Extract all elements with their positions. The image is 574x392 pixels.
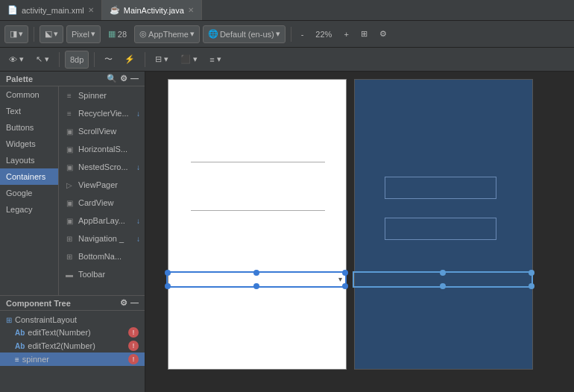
palette-item-label: BottomNa... (78, 252, 122, 261)
palette-item-navigation[interactable]: ⊞ Navigation _ ↓ (59, 230, 145, 247)
palette-item-bottomnav[interactable]: ⊞ BottomNa... (59, 247, 145, 265)
edittext2-icon: Ab (15, 342, 25, 350)
dp-btn[interactable]: 8dp (65, 51, 89, 69)
palette-item-label: Toolbar (78, 270, 105, 279)
align-btn[interactable]: ⊟ ▾ (151, 51, 173, 69)
cursor-icon: ↖ (36, 54, 42, 64)
zoom-in-btn[interactable]: + (339, 25, 353, 43)
palette-item-nestedscrollview[interactable]: ▣ NestedScro... ↓ (59, 158, 145, 176)
api-btn[interactable]: ▦ 28 (104, 25, 131, 43)
canvas-area[interactable]: ▾ (145, 72, 574, 392)
tree-item-spinner[interactable]: ≡ spinner ! (0, 353, 145, 366)
fit-screen-btn[interactable]: ⊞ (356, 25, 372, 43)
tab-close-xml[interactable]: ✕ (88, 6, 94, 14)
tab-activity-main-xml[interactable]: 📄 activity_main.xml ✕ (0, 0, 102, 20)
download-icon: ↓ (136, 235, 140, 243)
tree-item-edittext2[interactable]: Ab editText2(Number) ! (0, 339, 145, 353)
palette-item-scrollview[interactable]: ▣ ScrollView (59, 122, 145, 140)
palette-categories: Common Text Buttons Widgets Layouts Cont… (0, 86, 59, 295)
palette-item-label: Navigation _ (78, 234, 124, 243)
component-tree-title: Component Tree (6, 299, 71, 308)
dp-value: 8dp (70, 55, 83, 64)
handle-bl (165, 283, 171, 289)
minimize-icon[interactable]: — (130, 298, 139, 308)
tab-bar: 📄 activity_main.xml ✕ ☕ MainActivity.jav… (0, 0, 574, 21)
tree-item-label: editText(Number) (28, 328, 90, 337)
tree-item-label: spinner (22, 355, 49, 364)
palette-item-horizontalscrollview[interactable]: ▣ HorizontalS... (59, 140, 145, 158)
error-badge: ! (128, 354, 139, 364)
nestedscroll-palette-icon: ▣ (63, 161, 75, 173)
design-icon: ◨ (10, 29, 17, 39)
settings-btn[interactable]: ⚙ (375, 25, 391, 43)
palette-item-recyclerview[interactable]: ≡ RecyclerVie... ↓ (59, 104, 145, 122)
palette-cat-containers[interactable]: Containers (0, 168, 58, 185)
secondary-toolbar: 👁 ▾ ↖ ▾ 8dp 〜 ⚡ ⊟ ▾ ⬛ ▾ ≡ ▾ (0, 48, 574, 72)
palette-cat-buttons[interactable]: Buttons (0, 119, 58, 136)
bolt-btn[interactable]: ⚡ (120, 51, 139, 69)
palette-item-spinner[interactable]: ≡ Spinner (59, 86, 145, 104)
text-align-btn[interactable]: ≡ ▾ (205, 51, 225, 69)
palette-cat-layouts[interactable]: Layouts (0, 152, 58, 168)
tab-close-java[interactable]: ✕ (188, 6, 194, 14)
palette-item-label: AppBarLay... (78, 216, 125, 225)
blue-rect-1 (385, 177, 496, 199)
spinner-arrow: ▾ (338, 275, 342, 283)
spinner-widget-white[interactable]: ▾ (166, 271, 347, 288)
tree-item-constraintlayout[interactable]: ⊞ ConstraintLayout (0, 314, 145, 326)
settings-icon[interactable]: ⚙ (120, 298, 127, 308)
palette-cat-widgets[interactable]: Widgets (0, 136, 58, 152)
gear-icon: ⚙ (379, 29, 387, 39)
palette-cat-google[interactable]: Google (0, 185, 58, 201)
minimize-icon[interactable]: — (130, 74, 139, 83)
orientation-btn[interactable]: ⬕ ▾ (40, 25, 63, 43)
locale-btn[interactable]: 🌐 Default (en-us) ▾ (203, 25, 286, 43)
design-mode-btn[interactable]: ◨ ▾ (4, 25, 28, 43)
spinner-widget-blue[interactable] (353, 271, 533, 288)
palette-split: Common Text Buttons Widgets Layouts Cont… (0, 86, 145, 295)
search-icon[interactable]: 🔍 (107, 74, 117, 83)
cursor-btn[interactable]: ↖ ▾ (31, 51, 54, 69)
palette-item-appbarlayout[interactable]: ▣ AppBarLay... ↓ (59, 212, 145, 230)
settings-icon[interactable]: ⚙ (120, 74, 127, 83)
theme-btn[interactable]: ◎ AppTheme ▾ (134, 25, 200, 43)
palette-item-viewpager[interactable]: ▷ ViewPager (59, 176, 145, 194)
zoom-out-btn[interactable]: - (297, 25, 309, 43)
orientation-icon: ⬕ (45, 29, 52, 39)
zoom-label-btn[interactable]: 22% (311, 25, 336, 43)
chevron-down-icon: ▾ (217, 54, 221, 64)
margin-icon: ⬛ (180, 54, 191, 64)
edittext-icon: Ab (15, 329, 25, 337)
palette-cat-text[interactable]: Text (0, 103, 58, 119)
tree-item-edittext1[interactable]: Ab editText(Number) ! (0, 326, 145, 339)
bolt-icon: ⚡ (124, 54, 135, 64)
align-icon: ⊟ (155, 54, 162, 64)
theme-label: AppTheme (148, 30, 189, 39)
zoom-percent: 22% (315, 30, 332, 39)
tab-label: activity_main.xml (22, 6, 84, 15)
palette-header-icons: 🔍 ⚙ — (107, 74, 139, 83)
download-icon: ↓ (136, 163, 140, 171)
divider5 (145, 52, 145, 67)
handle-bm (253, 283, 259, 289)
palette-item-cardview[interactable]: ▣ CardView (59, 194, 145, 212)
spinner-tree-icon: ≡ (15, 355, 19, 364)
wave-btn[interactable]: 〜 (100, 51, 117, 69)
palette-cat-common[interactable]: Common (0, 86, 58, 103)
pixel-btn[interactable]: Pixel ▾ (66, 25, 101, 43)
eye-btn[interactable]: 👁 ▾ (4, 51, 28, 69)
palette-item-toolbar[interactable]: ▬ Toolbar (59, 265, 145, 283)
comp-tree-header-icons: ⚙ — (120, 298, 139, 308)
palette-cat-legacy[interactable]: Legacy (0, 201, 58, 218)
nav-palette-icon: ⊞ (63, 233, 75, 244)
layout-icon: ⊞ (6, 316, 12, 324)
chevron-down-icon: ▾ (54, 29, 58, 39)
tree-item-label: ConstraintLayout (15, 315, 77, 324)
margin-btn[interactable]: ⬛ ▾ (176, 51, 202, 69)
chevron-down-icon: ▾ (190, 29, 195, 39)
toolbar-palette-icon: ▬ (63, 268, 75, 280)
palette-item-label: CardView (78, 198, 114, 207)
palette-item-label: NestedScro... (78, 162, 128, 171)
tab-main-activity-java[interactable]: ☕ MainActivity.java ✕ (102, 0, 202, 20)
main-layout: Palette 🔍 ⚙ — Common Text Buttons Widget… (0, 72, 574, 392)
